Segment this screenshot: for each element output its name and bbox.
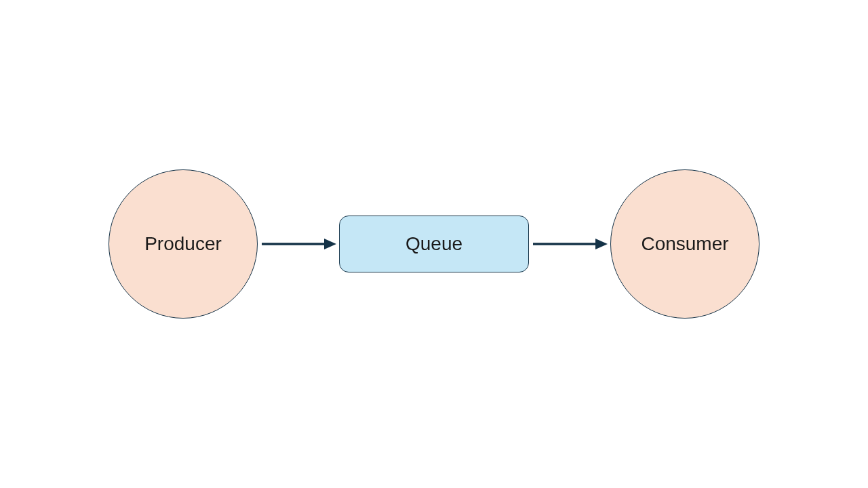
consumer-label: Consumer bbox=[641, 233, 728, 255]
svg-marker-3 bbox=[595, 239, 608, 249]
queue-label: Queue bbox=[406, 233, 462, 255]
arrow-right-icon bbox=[529, 230, 610, 258]
svg-marker-1 bbox=[324, 239, 336, 249]
producer-label: Producer bbox=[144, 233, 222, 255]
arrow-queue-to-consumer bbox=[529, 230, 610, 258]
producer-node: Producer bbox=[108, 169, 258, 319]
arrow-producer-to-queue bbox=[258, 230, 339, 258]
consumer-node: Consumer bbox=[610, 169, 760, 319]
queue-node: Queue bbox=[339, 216, 529, 272]
diagram-container: Producer Queue Consumer bbox=[108, 169, 760, 319]
arrow-right-icon bbox=[258, 230, 339, 258]
